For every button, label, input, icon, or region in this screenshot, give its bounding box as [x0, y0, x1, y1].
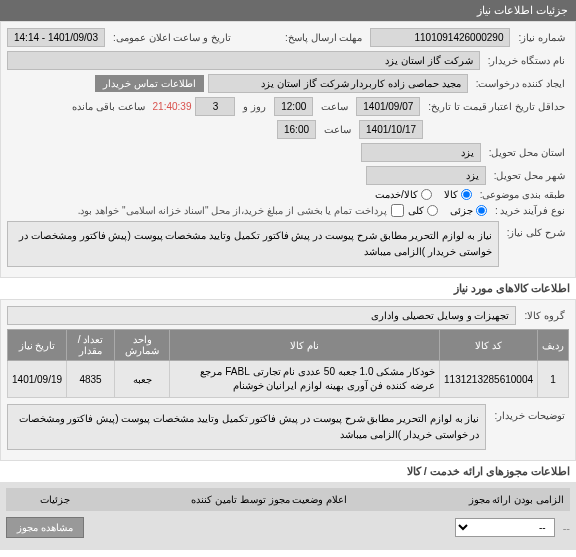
time-label-2: ساعت	[320, 124, 355, 135]
pt-full-option[interactable]: کلی	[408, 205, 438, 216]
view-permit-button[interactable]: مشاهده مجوز	[6, 517, 84, 538]
requester-field: مجید حماصی زاده کاربردار شرکت گاز استان …	[208, 74, 468, 93]
col-unit: واحد شمارش	[115, 330, 170, 361]
announce-label: تاریخ و ساعت اعلان عمومی:	[109, 32, 235, 43]
expire-date-field: 1401/09/07	[356, 97, 420, 116]
need-number-field: 1101091426000290	[370, 28, 510, 47]
buyer-notes-label: توضیحات خریدار:	[490, 404, 569, 421]
delivery-province-label: استان محل تحویل:	[485, 147, 569, 158]
col-name: نام کالا	[170, 330, 440, 361]
time1-field: 12:00	[274, 97, 313, 116]
day-field: 3	[195, 97, 235, 116]
class-goods-option[interactable]: کالا	[444, 189, 472, 200]
col-code: کد کالا	[440, 330, 538, 361]
countdown-timer: 21:40:39	[153, 101, 192, 112]
desc-label: شرح کلی نیاز:	[503, 221, 569, 238]
col-date: تاریخ نیاز	[8, 330, 67, 361]
status-select[interactable]: --	[455, 518, 555, 537]
cell-code: 1131213285610004	[440, 361, 538, 398]
time-label-1: ساعت	[317, 101, 352, 112]
mandatory-label: الزامی بودن ارائه مجوز	[463, 488, 570, 511]
cell-name: خودکار مشکی 1.0 جعبه 50 عددی نام تجارتی …	[170, 361, 440, 398]
day-label: روز و	[239, 101, 270, 112]
desc-box: نیاز به لوازم التحریر مطابق شرح پیوست در…	[7, 221, 499, 267]
class-radio-group: کالا کالا/خدمت	[375, 189, 472, 200]
purchase-type-label: نوع فرآیند خرید :	[491, 205, 569, 216]
goods-table: ردیف کد کالا نام کالا واحد شمارش تعداد /…	[7, 329, 569, 398]
cell-date: 1401/09/19	[8, 361, 67, 398]
treasury-checkbox[interactable]	[391, 204, 404, 217]
goods-section-header: اطلاعات کالاهای مورد نیاز	[0, 278, 576, 299]
col-row: ردیف	[538, 330, 569, 361]
buyer-name-label: نام دستگاه خریدار:	[484, 55, 569, 66]
announce-value: 1401/09/03 - 14:14	[7, 28, 105, 47]
form-area: شماره نیاز: 1101091426000290 مهلت ارسال …	[0, 21, 576, 278]
col-qty: تعداد / مقدار	[67, 330, 115, 361]
cell-idx: 1	[538, 361, 569, 398]
class-goods-radio[interactable]	[461, 189, 472, 200]
group-label: گروه کالا:	[520, 310, 569, 321]
buyer-notes-box: نیاز به لوازم التحریر مطابق شرح پیوست در…	[7, 404, 486, 450]
dash-1: --	[563, 522, 570, 534]
status-label: اعلام وضعیت مجوز توسط تامین کننده	[76, 488, 463, 511]
permits-section-header: اطلاعات مجوزهای ارائه خدمت / کالا	[0, 461, 576, 482]
buyer-name-field: شرکت گاز استان یزد	[7, 51, 480, 70]
cell-unit: جعبه	[115, 361, 170, 398]
timer-label: ساعت باقی مانده	[68, 101, 149, 112]
payment-note: پرداخت تمام یا بخشی از مبلغ خرید،از محل …	[78, 205, 387, 216]
group-field: تجهیزات و وسایل تحصیلی واداری	[7, 306, 516, 325]
time2-field: 16:00	[277, 120, 316, 139]
class-service-radio[interactable]	[421, 189, 432, 200]
pt-partial-radio[interactable]	[476, 205, 487, 216]
pt-partial-option[interactable]: جزئی	[450, 205, 487, 216]
expire-label: حداقل تاریخ اعتبار قیمت تا تاریخ:	[424, 101, 569, 112]
send-time-label: مهلت ارسال پاسخ:	[281, 32, 366, 43]
pt-full-radio[interactable]	[427, 205, 438, 216]
purchase-type-radio-group: جزئی کلی	[408, 205, 487, 216]
class-label: طبقه بندی موضوعی:	[476, 189, 569, 200]
cell-qty: 4835	[67, 361, 115, 398]
details-label: جزئیات	[6, 488, 76, 511]
province-field: یزد	[361, 143, 481, 162]
goods-area: گروه کالا: تجهیزات و وسایل تحصیلی واداری…	[0, 299, 576, 461]
info-section-header: جزئیات اطلاعات نیاز	[0, 0, 576, 21]
need-number-label: شماره نیاز:	[514, 32, 569, 43]
delivery-city-label: شهر محل تحویل:	[490, 170, 569, 181]
city-field: یزد	[366, 166, 486, 185]
date2-field: 1401/10/17	[359, 120, 423, 139]
class-service-option[interactable]: کالا/خدمت	[375, 189, 432, 200]
permits-area: الزامی بودن ارائه مجوز اعلام وضعیت مجوز …	[0, 482, 576, 550]
contact-buyer-button[interactable]: اطلاعات تماس خریدار	[95, 75, 204, 92]
requester-label: ایجاد کننده درخواست:	[472, 78, 569, 89]
table-row: 1 1131213285610004 خودکار مشکی 1.0 جعبه …	[8, 361, 569, 398]
